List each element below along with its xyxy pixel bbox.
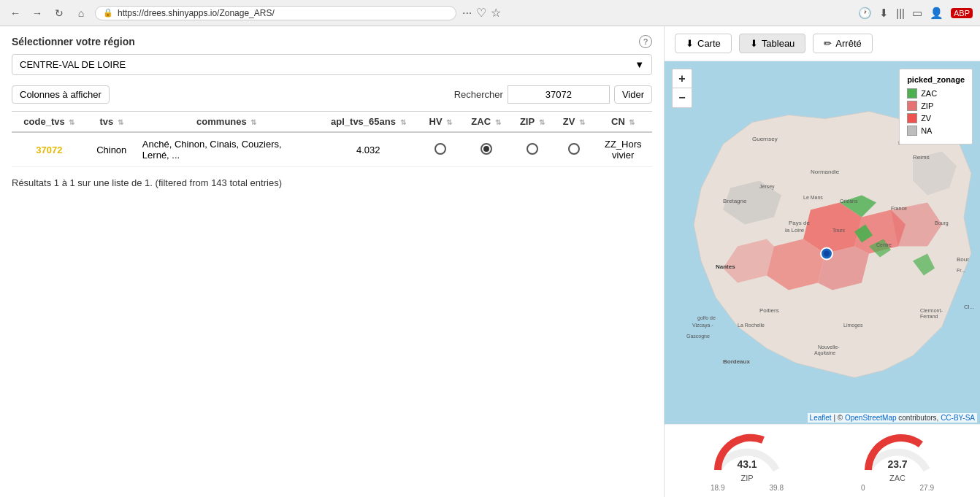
col-cn[interactable]: CN ⇅ xyxy=(594,112,652,133)
star-icon[interactable]: ☆ xyxy=(491,6,501,20)
col-apl[interactable]: apl_tvs_65ans ⇅ xyxy=(317,112,420,133)
cell-code-tvs: 37072 xyxy=(36,145,62,155)
radio-zip[interactable] xyxy=(527,143,538,155)
gauge-zip-arc: 43.1 xyxy=(711,430,784,474)
zoom-out-button[interactable]: − xyxy=(673,88,692,107)
legend-item-zv: ZV xyxy=(907,113,965,123)
refresh-button[interactable]: ↻ xyxy=(51,5,67,21)
svg-text:Jersey: Jersey xyxy=(759,184,775,190)
results-text: Résultats 1 à 1 sur une liste de 1. (fil… xyxy=(12,177,652,188)
help-icon[interactable]: ? xyxy=(639,35,652,48)
zoom-controls: + − xyxy=(672,69,692,108)
col-tvs[interactable]: tvs ⇅ xyxy=(87,112,137,133)
gauge-zac: 23.7 ZAC 0 27.9 xyxy=(822,430,973,492)
svg-text:La Rochelle: La Rochelle xyxy=(738,323,765,328)
radio-zv[interactable] xyxy=(568,143,580,155)
legend-label-na: NA xyxy=(921,126,932,135)
map-container[interactable]: Bretagne Normandie Le Havre Guernsey Rei… xyxy=(665,61,980,424)
svg-text:Bordeaux: Bordeaux xyxy=(723,358,750,365)
cell-hv xyxy=(420,132,462,167)
region-selected-value: CENTRE-VAL DE LOIRE xyxy=(20,59,126,70)
gauge-zac-range: 0 27.9 xyxy=(861,484,934,492)
cell-communes: Anché, Chinon, Cinais, Couziers,Lerné, .… xyxy=(137,132,317,167)
svg-text:Normandie: Normandie xyxy=(811,169,840,175)
col-communes[interactable]: communes ⇅ xyxy=(137,112,317,133)
tableau-download-icon: ⬇ xyxy=(750,38,758,49)
col-zv[interactable]: ZV ⇅ xyxy=(554,112,594,133)
zoom-in-button[interactable]: + xyxy=(673,69,692,88)
back-button[interactable]: ← xyxy=(7,5,23,21)
svg-text:Poitiers: Poitiers xyxy=(759,307,779,314)
columns-button[interactable]: Colonnes à afficher xyxy=(12,85,110,104)
left-panel: Sélectionner votre région ? CENTRE-VAL D… xyxy=(0,26,665,497)
col-hv[interactable]: HV ⇅ xyxy=(420,112,462,133)
region-dropdown[interactable]: CENTRE-VAL DE LOIRE ▼ xyxy=(12,54,652,75)
svg-text:la Loire: la Loire xyxy=(785,227,805,234)
leaflet-link[interactable]: Leaflet xyxy=(810,414,832,422)
carte-button[interactable]: ⬇ Carte xyxy=(675,34,732,53)
svg-text:Tours: Tours xyxy=(832,228,846,233)
url-text: https://drees.shinyapps.io/Zonage_ARS/ xyxy=(118,8,448,18)
cell-apl: 4.032 xyxy=(317,132,420,167)
osm-link[interactable]: OpenStreetMap xyxy=(845,414,897,422)
library-icon: ||| xyxy=(896,7,905,19)
ccbysa-link[interactable]: CC-BY-SA xyxy=(941,414,975,422)
col-code-tvs[interactable]: code_tvs ⇅ xyxy=(12,112,87,133)
lock-icon: 🔒 xyxy=(103,8,113,18)
svg-text:Aquitaine: Aquitaine xyxy=(814,350,835,356)
gauge-zip: 43.1 ZIP 18.9 39.8 xyxy=(672,430,822,492)
svg-text:Limoges: Limoges xyxy=(843,323,863,328)
dropdown-chevron-icon: ▼ xyxy=(635,59,644,70)
table-row: 37072 Chinon Anché, Chinon, Cinais, Couz… xyxy=(12,132,652,167)
cell-zac xyxy=(462,132,510,167)
svg-point-2 xyxy=(824,251,830,257)
radio-zac[interactable] xyxy=(481,143,492,155)
address-bar[interactable]: 🔒 https://drees.shinyapps.io/Zonage_ARS/ xyxy=(95,6,456,20)
more-icon[interactable]: ··· xyxy=(462,7,472,20)
cell-cn: ZZ_Horsvivier xyxy=(594,132,652,167)
clock-icon: 🕐 xyxy=(858,7,872,20)
svg-text:Orléans: Orléans xyxy=(840,199,858,204)
gauge-zac-max: 27.9 xyxy=(920,484,934,492)
radio-hv[interactable] xyxy=(435,143,446,155)
svg-text:Nantes: Nantes xyxy=(716,263,735,270)
svg-text:Guernsey: Guernsey xyxy=(752,136,778,142)
svg-text:Pays de: Pays de xyxy=(789,220,810,226)
svg-text:Gascogne: Gascogne xyxy=(686,334,710,339)
legend-color-zip xyxy=(907,101,917,111)
home-button[interactable]: ⌂ xyxy=(73,5,89,21)
col-zac[interactable]: ZAC ⇅ xyxy=(462,112,510,133)
tableau-button[interactable]: ⬇ Tableau xyxy=(739,34,806,53)
vider-button[interactable]: Vider xyxy=(614,85,652,104)
gauge-zip-range: 18.9 39.8 xyxy=(711,484,784,492)
legend-label-zip: ZIP xyxy=(921,101,933,110)
legend-color-na xyxy=(907,126,917,136)
main-content: Sélectionner votre région ? CENTRE-VAL D… xyxy=(0,26,980,497)
arrete-button[interactable]: ✏ Arrêté xyxy=(813,34,872,53)
svg-text:Bour: Bour xyxy=(957,256,969,263)
table-header-row: code_tvs ⇅ tvs ⇅ communes ⇅ apl_tvs_65an… xyxy=(12,112,652,133)
svg-text:Cl...: Cl... xyxy=(964,304,974,310)
legend-color-zac xyxy=(907,88,917,99)
svg-text:Reims: Reims xyxy=(913,154,930,161)
gauge-zip-label: ZIP xyxy=(740,474,753,482)
bookmark-icon[interactable]: ♡ xyxy=(476,6,486,20)
arrete-edit-icon: ✏ xyxy=(824,38,832,49)
col-zip[interactable]: ZIP ⇅ xyxy=(510,112,554,133)
gauge-zac-label: ZAC xyxy=(889,474,906,482)
browser-chrome: ← → ↻ ⌂ 🔒 https://drees.shinyapps.io/Zon… xyxy=(0,0,980,26)
data-table: code_tvs ⇅ tvs ⇅ communes ⇅ apl_tvs_65an… xyxy=(12,111,652,167)
search-area: Rechercher Vider xyxy=(454,85,652,104)
cell-tvs: Chinon xyxy=(87,132,137,167)
download-icon: ⬇ xyxy=(879,7,889,20)
forward-button[interactable]: → xyxy=(29,5,45,21)
search-label: Rechercher xyxy=(454,89,503,100)
right-panel: ⬇ Carte ⬇ Tableau ✏ Arrêté xyxy=(665,26,980,497)
carte-download-icon: ⬇ xyxy=(686,38,694,49)
svg-text:Le Mans: Le Mans xyxy=(803,195,823,200)
search-input[interactable] xyxy=(508,85,610,104)
svg-text:Bourg: Bourg xyxy=(935,220,949,226)
svg-text:Fr...: Fr... xyxy=(957,268,965,273)
svg-text:Clermont-: Clermont- xyxy=(920,308,943,313)
legend-item-zip: ZIP xyxy=(907,101,965,111)
